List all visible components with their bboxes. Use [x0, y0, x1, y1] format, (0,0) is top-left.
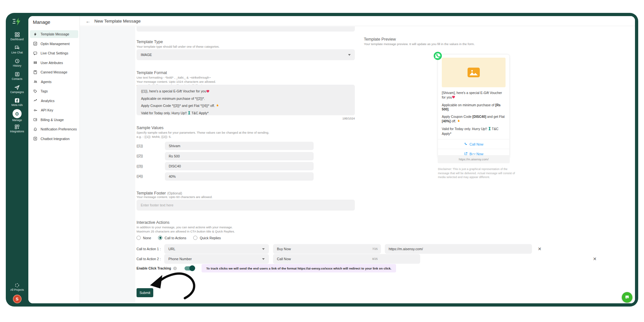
menu-item-canned-message[interactable]: Canned Message: [30, 68, 78, 76]
menu-item-optin-management[interactable]: Optin Management: [30, 40, 78, 48]
interactive-actions-desc: In addition to your message, you can sen…: [137, 225, 235, 233]
template-type-desc: Your template type should fall under one…: [137, 45, 220, 48]
menu-item-analytics[interactable]: Analytics: [30, 97, 78, 105]
menu-item-api-key[interactable]: API Key: [30, 106, 78, 114]
sidebar-item-live-chat[interactable]: Live Chat: [6, 43, 28, 56]
sample-values-rows: {{1}} {{2}} {{3}} {{4}}: [137, 142, 314, 182]
tooltip-notch: [472, 154, 476, 156]
cta2-title-input[interactable]: [273, 254, 381, 264]
sidebar-item-campaigns[interactable]: Campaigns: [6, 82, 28, 96]
chevron-down-icon: [262, 248, 265, 250]
menu-item-tags[interactable]: Tags: [30, 87, 78, 95]
sidebar-title: Manage: [33, 19, 50, 25]
menu-item-notification-preferences[interactable]: Notification Preferences: [30, 125, 78, 133]
cta1-remove-icon[interactable]: ✕: [538, 247, 542, 251]
menu-item-agents[interactable]: Agents: [30, 78, 78, 86]
param-label: {{1}}: [137, 144, 165, 148]
menu-item-chatbot-integration[interactable]: Chatbot Integration: [30, 135, 78, 143]
sidebar-item-label: Integrations: [10, 130, 24, 133]
sample-value-input-1[interactable]: [165, 142, 314, 150]
param-label: {{2}}: [137, 154, 165, 158]
cta-row-2: Call to Action 2 : Phone Number +91: [137, 254, 607, 264]
app-logo[interactable]: [6, 17, 28, 27]
chevron-down-icon: [262, 258, 265, 260]
interactive-actions-heading: Interactive Actions: [137, 220, 169, 225]
menu-item-billing-usage[interactable]: Billing & Usage: [30, 116, 78, 124]
sample-value-input-3[interactable]: [165, 162, 314, 170]
tag-icon: [33, 89, 37, 93]
param-label: {{4}}: [137, 175, 165, 178]
cta1-url-input[interactable]: [385, 244, 532, 254]
radio-circle-icon: [137, 236, 141, 240]
sidebar-item-history[interactable]: History: [6, 56, 28, 69]
bell-icon: [33, 127, 37, 131]
main-panel: ← New Template Message Template Type You…: [80, 16, 635, 303]
click-tracking-toggle[interactable]: [185, 266, 194, 270]
all-projects-icon: [14, 283, 20, 288]
preview-call-now-button[interactable]: Call Now: [438, 139, 509, 149]
template-name-input-cutoff[interactable]: [137, 26, 355, 32]
left-gutter: [80, 26, 135, 303]
chat-bubble-icon: [33, 51, 37, 55]
preview-url-pill: https://m.aisensy.com/: [438, 155, 510, 163]
analytics-icon: [33, 99, 38, 103]
radio-none[interactable]: None: [137, 236, 151, 240]
page-header: ← New Template Message: [80, 16, 635, 26]
sample-value-input-2[interactable]: [165, 152, 314, 160]
flame-emoji-icon: [216, 103, 219, 110]
key-icon: [33, 108, 38, 112]
sidebar-item-contacts[interactable]: Contacts: [6, 69, 28, 82]
template-format-textarea[interactable]: {{1}}, here's a special E-Gift Voucher f…: [137, 85, 355, 115]
cta2-remove-icon[interactable]: ✕: [593, 257, 597, 261]
support-chat-widget[interactable]: [622, 292, 632, 303]
cta-radio-group: None Call to Actions Quick Replies: [137, 236, 221, 240]
cta2-type-select[interactable]: Phone Number: [164, 254, 269, 264]
hourglass-emoji-icon: [188, 110, 191, 117]
cta1-title-counter: 7/25: [372, 247, 378, 251]
radio-selected-icon: [158, 236, 162, 240]
menu-item-user-attributes[interactable]: User Attributes: [30, 59, 78, 67]
info-icon[interactable]: i: [173, 267, 177, 270]
template-preview-desc: Your template message preview. It will u…: [364, 42, 475, 46]
submit-button[interactable]: Submit: [137, 288, 153, 297]
sidebar-item-dashboard[interactable]: Dashboard: [6, 30, 28, 43]
bolt-icon: [33, 32, 37, 36]
app-window: Manage Template Message Optin Management…: [28, 16, 635, 303]
sidebar-item-label: All Projects: [10, 289, 24, 291]
plus-box-icon: [33, 137, 37, 141]
sidebar-item-manage[interactable]: ⚙ Manage: [6, 109, 28, 122]
manage-menu: Template Message Optin Management Live C…: [30, 30, 78, 144]
facebook-icon: [14, 98, 20, 103]
contacts-icon: [14, 71, 20, 77]
user-avatar[interactable]: S: [13, 295, 22, 303]
heart-emoji-icon: [206, 89, 210, 96]
sidebar-item-label: Contacts: [12, 78, 22, 80]
back-arrow-icon[interactable]: ←: [86, 19, 90, 24]
chevron-down-icon: [348, 54, 351, 56]
sample-value-row: {{1}}: [137, 142, 314, 150]
sidebar-item-label: Campaigns: [10, 91, 24, 94]
param-label: {{3}}: [137, 165, 165, 168]
secondary-sidebar: Manage Template Message Optin Management…: [28, 16, 80, 303]
radio-quick-replies[interactable]: Quick Replies: [193, 236, 221, 240]
format-char-counter: 195/1024: [137, 117, 355, 120]
image-icon: [468, 68, 480, 77]
chat-widget-bubble-icon: [625, 295, 630, 300]
sidebar-item-all-projects[interactable]: All Projects: [10, 283, 24, 291]
logo-bolt-icon: [12, 17, 22, 26]
sample-value-input-4[interactable]: [165, 172, 314, 181]
whatsapp-preview-card: [Shivam], here's a special E-Gift Vouche…: [438, 54, 510, 159]
primary-nav: Dashboard Live Chat History Contacts: [6, 30, 28, 135]
sidebar-item-integrations[interactable]: Integrations: [6, 122, 28, 135]
menu-item-template-message[interactable]: Template Message: [30, 30, 78, 38]
radio-call-to-actions[interactable]: Call to Actions: [158, 236, 186, 240]
preview-message-line: Apply Coupon Code [DISC40] and get Flat …: [442, 115, 506, 124]
primary-sidebar: Dashboard Live Chat History Contacts: [6, 13, 28, 307]
cta1-type-select[interactable]: URL: [164, 244, 269, 254]
sidebar-item-meta-ads[interactable]: Meta Ads: [6, 96, 28, 109]
cta-row-1: Call to Action 1 : URL 7/25 ✕: [137, 244, 607, 254]
template-type-select[interactable]: IMAGE: [137, 49, 355, 60]
template-footer-input[interactable]: [137, 200, 355, 211]
menu-item-live-chat-settings[interactable]: Live Chat Settings: [30, 49, 78, 57]
cta1-title-input[interactable]: [273, 244, 381, 254]
